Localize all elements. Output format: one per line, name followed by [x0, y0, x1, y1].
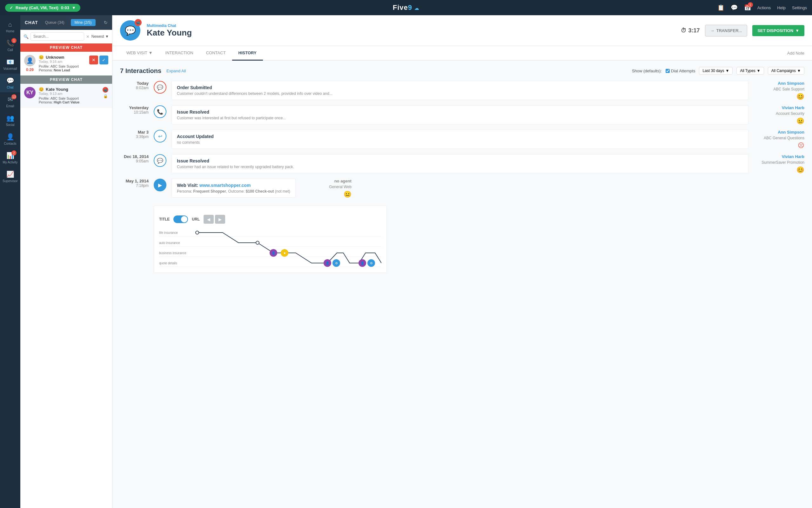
- dial-attempts-checkbox[interactable]: [666, 69, 670, 73]
- preview-chat-header-1: PREVIEW CHAT: [20, 43, 112, 52]
- contact-avatar-icon: 💬: [125, 26, 136, 36]
- disposition-arrow-icon: ▼: [795, 28, 799, 33]
- reject-button[interactable]: ✕: [89, 55, 98, 65]
- sidebar-item-chat[interactable]: 💬 Chat: [0, 74, 20, 92]
- help-button[interactable]: Help: [777, 5, 786, 10]
- interaction-body-5[interactable]: Web Visit: www.smartshopper.com Persona:…: [171, 179, 296, 198]
- sentiment-icon-1: 😊: [797, 93, 804, 100]
- agent-name-2[interactable]: Vivian Harb: [782, 105, 804, 110]
- contacts-icon: 👤: [6, 133, 14, 140]
- interaction-date-3: Mar 3 3:39pm: [120, 130, 149, 139]
- sidebar-item-home[interactable]: ⌂ Home: [0, 18, 20, 36]
- calendar-icon[interactable]: 📅 1: [744, 4, 751, 11]
- interaction-icon-1: 💬: [154, 81, 166, 94]
- kate-avatar: KY: [24, 87, 36, 98]
- last30-filter-button[interactable]: Last 30 days ▼: [699, 67, 733, 75]
- clear-search-icon[interactable]: ✕: [86, 34, 89, 39]
- accept-button[interactable]: ✓: [100, 55, 108, 65]
- transfer-button[interactable]: → TRANSFER...: [705, 25, 747, 37]
- sidebar-label-supervisor: Supervisor: [3, 179, 18, 183]
- journey-q3-icon: 👤: [360, 261, 364, 265]
- campaign-name-4: SummerSaver Promotion: [762, 160, 804, 165]
- actions-button[interactable]: Actions: [758, 5, 771, 10]
- settings-button[interactable]: Settings: [792, 5, 807, 10]
- web-visit-arrow-icon: ▼: [149, 50, 153, 55]
- journey-q4-icon: ⚙: [370, 261, 373, 265]
- sidebar-item-supervisor[interactable]: 📈 Supervisor: [0, 167, 20, 186]
- add-note-button[interactable]: Add Note: [787, 51, 804, 55]
- interaction-date-4: Dec 18, 2014 9:05am: [120, 154, 149, 163]
- interaction-order-submitted: Today 8:02am 💬 Order Submitted Customer …: [120, 81, 804, 100]
- interaction-right-1: Ann Simpson ABC Sale Support 😊: [753, 81, 804, 100]
- agent-name-4[interactable]: Vivian Harb: [782, 154, 804, 159]
- unknown-actions: ✕ ✓: [89, 55, 108, 65]
- web-visit-url[interactable]: www.smartshopper.com: [199, 183, 250, 188]
- queue-tab[interactable]: Queue (34): [41, 19, 68, 26]
- interaction-body-1[interactable]: Order Submitted Customer couldn't unders…: [171, 81, 748, 100]
- sidebar-item-email[interactable]: ✉ 13 Email: [0, 92, 20, 111]
- chat-panel-title: CHAT: [25, 20, 38, 25]
- ready-badge[interactable]: ✓ Ready (Call, VM, Text) 0:03 ▼: [5, 4, 80, 12]
- top-bar-right: 📋 💬 📅 1 Actions Help Settings: [718, 4, 807, 11]
- interaction-date-5: May 1, 2014 7:18pm: [120, 179, 149, 188]
- set-disposition-button[interactable]: SET DISPOSITION ▼: [752, 25, 804, 36]
- voicemail-icon: 📧: [6, 58, 14, 66]
- journey-path: [197, 232, 381, 263]
- tab-history[interactable]: HISTORY: [232, 46, 263, 60]
- interaction-issue-resolved-1: Yesterday 10:15am 📞 Issue Resolved Custo…: [120, 105, 804, 125]
- journey-label-4: quote details: [159, 261, 177, 265]
- chat-icon[interactable]: 💬: [731, 4, 738, 11]
- interaction-body-3[interactable]: Account Updated no comments: [171, 130, 748, 149]
- journey-label-2: auto insurance: [159, 241, 180, 245]
- kate-profile: Profile: ABC Sale Support: [39, 96, 100, 100]
- tab-interaction[interactable]: INTERACTION: [159, 46, 200, 60]
- video-icon: 📹: [136, 20, 140, 25]
- interaction-desc-3: no comments: [177, 140, 743, 145]
- tab-web-visit[interactable]: WEB VISIT ▼: [120, 46, 159, 60]
- agent-name-3[interactable]: Ann Simpson: [778, 130, 804, 134]
- tab-contact[interactable]: CONTACT: [200, 46, 232, 60]
- sidebar-label-social: Social: [6, 123, 14, 127]
- chat-item-unknown[interactable]: 👤 0:29 😐 Unknown Today, 9:16 am Profile:…: [20, 52, 112, 76]
- interaction-body-4[interactable]: Issue Resolved Customer had an issue rel…: [171, 154, 748, 173]
- interaction-body-2[interactable]: Issue Resolved Customer was interested a…: [171, 105, 748, 124]
- refresh-icon[interactable]: ↻: [104, 20, 108, 25]
- top-bar-left: ✓ Ready (Call, VM, Text) 0:03 ▼: [5, 4, 80, 12]
- journey-person-icon: 👤: [272, 251, 276, 255]
- interaction-icon-4: 💬: [154, 154, 166, 167]
- person-icon: 👤: [26, 57, 33, 64]
- interaction-issue-resolved-2: Dec 18, 2014 9:05am 💬 Issue Resolved Cus…: [120, 154, 804, 174]
- sentiment-icon-3: ☹: [798, 141, 804, 149]
- agent-name-1[interactable]: Ann Simpson: [778, 81, 804, 86]
- prev-arrow[interactable]: ◀: [203, 215, 214, 224]
- phone-icon-2: 📞: [157, 109, 163, 115]
- interaction-date-2: Yesterday 10:15am: [120, 105, 149, 115]
- chat-tabs: Queue (34) Mine (2/5): [41, 19, 95, 26]
- unknown-info: 😐 Unknown Today, 9:16 am Profile: ABC Sa…: [39, 55, 86, 72]
- sidebar-item-myactivity[interactable]: 📊 2 My Activity: [0, 149, 20, 167]
- title-url-toggle[interactable]: [173, 215, 188, 223]
- unknown-avatar: 👤: [24, 55, 36, 66]
- tab-bar: WEB VISIT ▼ INTERACTION CONTACT HISTORY …: [112, 46, 812, 60]
- all-types-filter-button[interactable]: All Types ▼: [736, 67, 764, 75]
- search-input[interactable]: [31, 32, 84, 41]
- dial-attempts-filter[interactable]: Dial Attempts: [666, 69, 695, 73]
- notes-icon[interactable]: 📋: [718, 4, 724, 11]
- sidebar-item-contacts[interactable]: 👤 Contacts: [0, 130, 20, 149]
- interaction-desc-2: Customer was interested at first but ref…: [177, 116, 743, 120]
- chat-item-kate[interactable]: KY 😊 Kate Young Today, 9:13 am Profile: …: [20, 84, 112, 108]
- journey-star-icon: ★: [283, 251, 286, 255]
- expand-all-button[interactable]: Expand All: [166, 69, 186, 73]
- sidebar-item-call[interactable]: 📞 1 Call: [0, 36, 20, 55]
- interaction-title-4: Issue Resolved: [177, 158, 743, 163]
- all-campaigns-filter-button[interactable]: All Campaigns ▼: [768, 67, 804, 75]
- interaction-right-4: Vivian Harb SummerSaver Promotion 😊: [753, 154, 804, 174]
- next-arrow[interactable]: ▶: [215, 215, 225, 224]
- sort-button[interactable]: Newest ▼: [91, 34, 109, 39]
- sidebar-item-voicemail[interactable]: 📧 Voicemail: [0, 55, 20, 74]
- sidebar-item-social[interactable]: 👥 Social: [0, 111, 20, 130]
- chat-icon-1: 💬: [157, 84, 163, 90]
- chat-bubble-icon: 💬: [6, 77, 14, 84]
- journey-label-1: life insurance: [159, 231, 178, 235]
- mine-tab[interactable]: Mine (2/5): [71, 19, 95, 26]
